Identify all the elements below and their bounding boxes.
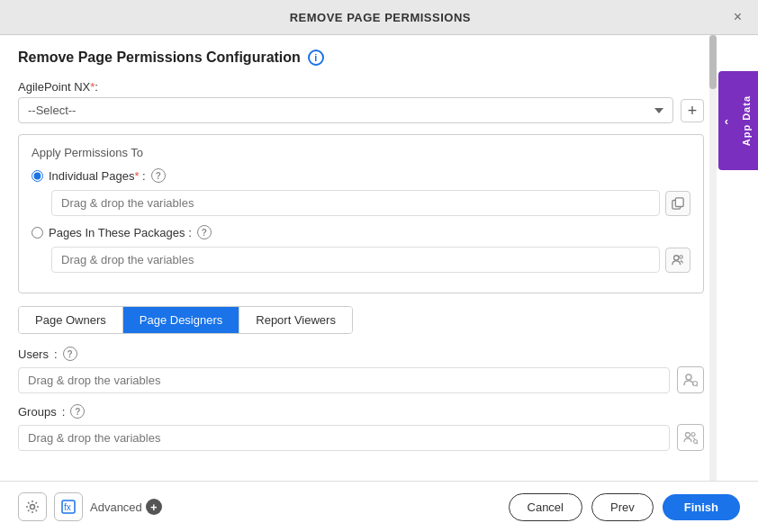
users-label-row: Users: ? — [18, 347, 704, 361]
pages-packages-input-row — [51, 247, 690, 273]
cancel-button[interactable]: Cancel — [509, 493, 582, 521]
users-input[interactable] — [18, 367, 670, 393]
pages-packages-label[interactable]: Pages In These Packages : — [49, 226, 192, 239]
groups-section: Groups: ? — [18, 404, 704, 451]
app-data-sidebar-container: ‹ App Data — [718, 71, 758, 170]
prev-button[interactable]: Prev — [591, 493, 654, 521]
pages-packages-radio[interactable] — [32, 227, 43, 239]
form-area: Remove Page Permissions Configuration i … — [0, 35, 758, 481]
users-input-row — [18, 366, 704, 393]
groups-input[interactable] — [18, 425, 670, 451]
svg-point-7 — [686, 433, 690, 437]
apply-permissions-box: Apply Permissions To Individual Pages* :… — [18, 134, 704, 293]
agilepoint-select-row: --Select-- + — [18, 97, 704, 123]
groups-label-row: Groups: ? — [18, 404, 704, 419]
advanced-label: Advanced — [90, 500, 142, 514]
pages-packages-help-icon[interactable]: ? — [197, 225, 212, 239]
tabs-row: Page Owners Page Designers Report Viewer… — [18, 306, 353, 334]
svg-rect-1 — [675, 197, 683, 206]
svg-point-11 — [31, 505, 35, 509]
scrollbar-thumb[interactable] — [709, 35, 717, 89]
close-button[interactable]: × — [728, 7, 747, 27]
users-section: Users: ? — [18, 347, 704, 393]
app-data-panel[interactable]: App Data — [735, 71, 758, 170]
title-bar-text: REMOVE PAGE PERMISSIONS — [32, 11, 728, 24]
bottom-toolbar: fx Advanced + Cancel Prev Finish — [0, 481, 758, 532]
svg-point-2 — [674, 255, 679, 259]
gear-icon — [25, 500, 40, 514]
individual-pages-icon-btn[interactable] — [665, 191, 690, 216]
tab-page-owners[interactable]: Page Owners — [19, 307, 123, 333]
agilepoint-select[interactable]: --Select-- — [18, 97, 673, 123]
svg-point-3 — [680, 255, 683, 258]
svg-point-8 — [691, 433, 695, 437]
copy-icon — [672, 197, 684, 210]
groups-icon-btn[interactable] — [677, 424, 704, 451]
tab-page-designers[interactable]: Page Designers — [123, 307, 240, 333]
agilepoint-label: AgilePoint NX*: — [18, 80, 704, 94]
individual-pages-radio-row: Individual Pages* : ? — [32, 168, 690, 183]
users-icon-btn[interactable] — [677, 366, 704, 393]
title-bar: REMOVE PAGE PERMISSIONS × — [0, 0, 758, 35]
individual-pages-label[interactable]: Individual Pages* : — [49, 169, 146, 183]
svg-point-4 — [686, 374, 691, 380]
modal: REMOVE PAGE PERMISSIONS × Remove Page Pe… — [0, 0, 758, 532]
agilepoint-field: AgilePoint NX*: --Select-- + — [18, 80, 704, 123]
info-icon[interactable]: i — [308, 50, 324, 66]
scrollbar-track — [709, 35, 717, 481]
individual-pages-input-row — [51, 190, 690, 216]
app-data-label: App Data — [741, 95, 752, 146]
app-data-toggle-btn[interactable]: ‹ — [718, 71, 735, 170]
individual-pages-radio[interactable] — [32, 170, 43, 182]
advanced-plus-icon: + — [146, 499, 162, 515]
settings-icon-btn[interactable] — [18, 492, 47, 521]
individual-pages-input[interactable] — [51, 190, 660, 216]
page-title: Remove Page Permissions Configuration — [18, 50, 301, 66]
group-search-icon — [683, 430, 698, 445]
groups-help-icon[interactable]: ? — [70, 404, 85, 419]
main-content: Remove Page Permissions Configuration i … — [0, 35, 758, 481]
pages-packages-icon-btn[interactable] — [665, 248, 690, 273]
page-heading: Remove Page Permissions Configuration i — [18, 50, 704, 66]
svg-line-6 — [697, 385, 698, 387]
pages-packages-input[interactable] — [51, 247, 660, 273]
formula-icon-btn[interactable]: fx — [54, 492, 83, 521]
tab-report-viewers[interactable]: Report Viewers — [239, 307, 352, 333]
toolbar-right: Cancel Prev Finish — [509, 493, 740, 521]
apply-permissions-title: Apply Permissions To — [32, 146, 690, 159]
pages-packages-radio-row: Pages In These Packages : ? — [32, 225, 690, 239]
groups-input-row — [18, 424, 704, 451]
people-icon — [672, 254, 684, 266]
users-help-icon[interactable]: ? — [63, 347, 77, 361]
user-search-icon — [683, 373, 698, 387]
svg-text:fx: fx — [64, 502, 71, 512]
finish-button[interactable]: Finish — [663, 494, 740, 520]
content-area: Remove Page Permissions Configuration i … — [0, 35, 758, 481]
individual-pages-help-icon[interactable]: ? — [151, 168, 166, 183]
svg-line-10 — [697, 443, 698, 444]
formula-icon: fx — [61, 500, 76, 514]
svg-point-9 — [694, 440, 698, 444]
advanced-row[interactable]: Advanced + — [90, 499, 162, 515]
agilepoint-add-button[interactable]: + — [681, 99, 704, 122]
toolbar-left: fx Advanced + — [18, 492, 162, 521]
